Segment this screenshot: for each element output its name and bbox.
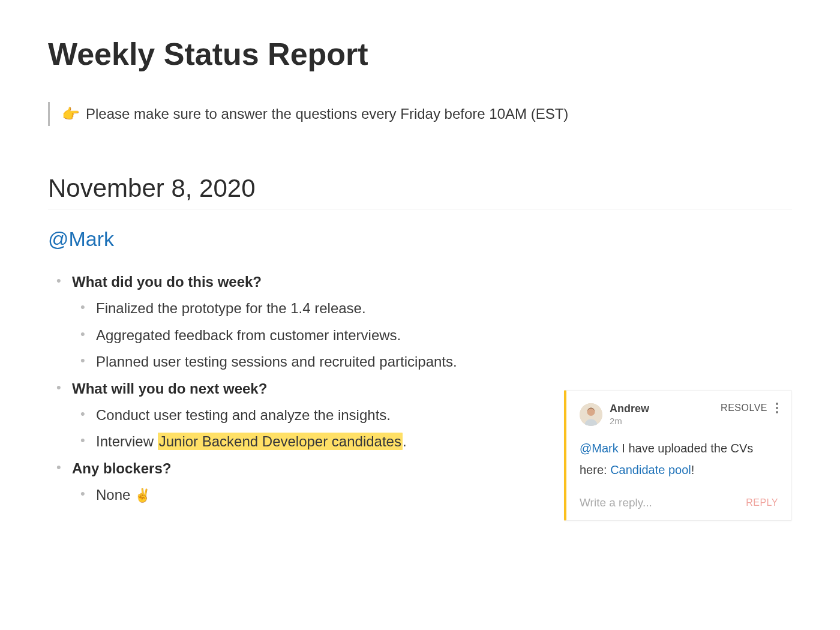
question-label: Any blockers? xyxy=(72,460,171,476)
page-title: Weekly Status Report xyxy=(48,36,792,72)
mention-link[interactable]: @Mark xyxy=(580,442,619,455)
question-label: What will you do next week? xyxy=(72,380,267,397)
comment-card: Andrew 2m RESOLVE @Mark I have uploaded … xyxy=(564,390,792,521)
list-item: Planned user testing sessions and recrui… xyxy=(72,349,792,375)
list-item: What did you do this week? Finalized the… xyxy=(48,269,792,376)
answer-list: Finalized the prototype for the 1.4 rele… xyxy=(72,295,792,375)
reply-input[interactable] xyxy=(580,496,746,509)
comment-header: Andrew 2m RESOLVE xyxy=(580,403,778,427)
comment-user: Andrew 2m xyxy=(580,403,649,427)
pointing-right-icon: 👉 xyxy=(62,106,80,122)
avatar[interactable] xyxy=(580,403,602,426)
svg-point-1 xyxy=(587,407,595,415)
text-fragment: ! xyxy=(691,463,695,476)
candidate-pool-link[interactable]: Candidate pool xyxy=(610,463,691,476)
text-fragment: None xyxy=(96,487,134,503)
resolve-button[interactable]: RESOLVE xyxy=(721,403,767,413)
comment-body: @Mark I have uploaded the CVs here: Cand… xyxy=(580,437,778,481)
victory-hand-icon: ✌️ xyxy=(134,488,151,503)
text-fragment: . xyxy=(403,433,407,449)
callout-block: 👉 Please make sure to answer the questio… xyxy=(48,102,792,126)
comment-author: Andrew xyxy=(610,403,649,416)
list-item: Aggregated feedback from customer interv… xyxy=(72,322,792,349)
user-mention-heading[interactable]: @Mark xyxy=(48,227,792,251)
callout-text: Please make sure to answer the questions… xyxy=(86,106,568,122)
more-options-icon[interactable] xyxy=(776,403,778,413)
reply-row: REPLY xyxy=(580,496,778,509)
date-heading: November 8, 2020 xyxy=(48,174,792,209)
question-label: What did you do this week? xyxy=(72,274,262,290)
text-fragment: Interview xyxy=(96,433,158,449)
comment-time: 2m xyxy=(610,416,649,427)
list-item: Finalized the prototype for the 1.4 rele… xyxy=(72,295,792,322)
highlighted-text: Junior Backend Developer candidates xyxy=(158,433,403,450)
reply-button[interactable]: REPLY xyxy=(746,497,778,508)
